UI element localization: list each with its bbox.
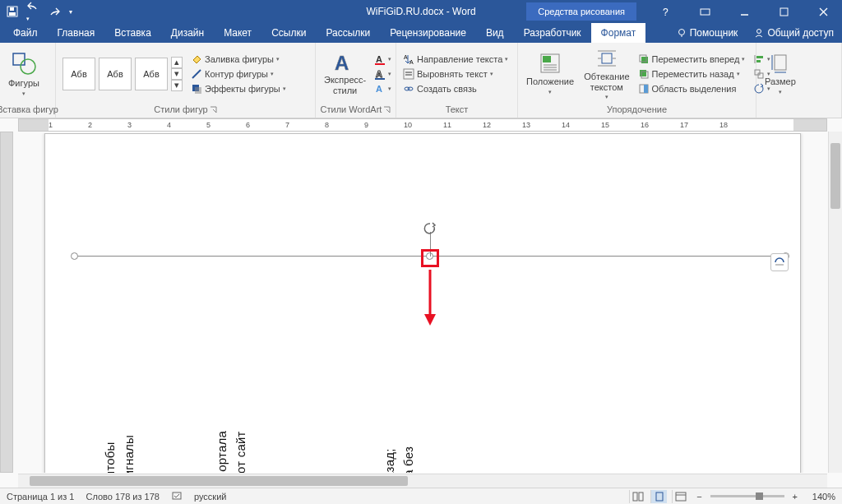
size-label: Размер	[765, 76, 796, 86]
save-icon[interactable]	[7, 6, 18, 17]
svg-rect-16	[375, 63, 385, 65]
dialog-launcher-icon[interactable]	[383, 106, 391, 113]
ribbon-display-button[interactable]	[686, 0, 724, 23]
shape-style-3[interactable]: Абв	[135, 58, 168, 90]
tab-file[interactable]: Файл	[0, 23, 48, 43]
tab-developer[interactable]: Разработчик	[514, 23, 591, 43]
layout-options-icon	[774, 257, 785, 268]
gallery-up[interactable]: ▴	[171, 57, 183, 68]
svg-rect-6	[780, 8, 788, 16]
print-layout-button[interactable]	[650, 490, 667, 503]
tell-me[interactable]: Помощник	[669, 27, 747, 39]
undo-icon[interactable]: ▾	[26, 0, 41, 23]
tab-home[interactable]: Главная	[48, 23, 105, 43]
document-area[interactable]: шего WiFiГида. Но чтобы помогли, заметит…	[18, 133, 827, 473]
shape-style-1[interactable]: Абв	[62, 58, 95, 90]
svg-text:A: A	[376, 84, 382, 94]
close-button[interactable]	[804, 0, 842, 23]
wrap-icon	[595, 47, 618, 70]
tab-layout[interactable]: Макет	[214, 23, 261, 43]
tab-mailings[interactable]: Рассылки	[316, 23, 380, 43]
hscroll-thumb[interactable]	[30, 476, 408, 486]
redo-icon[interactable]	[49, 6, 61, 17]
horizontal-scrollbar[interactable]	[18, 474, 827, 488]
align-text[interactable]: Выровнять текст▾	[401, 67, 510, 81]
svg-rect-18	[375, 78, 385, 80]
wrap-text-button[interactable]: Обтекание текстом▾	[581, 47, 632, 99]
tab-insert[interactable]: Вставка	[104, 23, 161, 43]
position-button[interactable]: Положение▾	[523, 52, 577, 95]
bring-forward[interactable]: Переместить вперед▾	[636, 53, 747, 66]
shapes-button[interactable]: Фигуры ▾	[5, 50, 43, 96]
workspace: 123456789101112131415161718 шего WiFiГид…	[0, 118, 842, 488]
position-label: Положение	[526, 76, 574, 86]
tell-me-label: Помощник	[690, 27, 738, 39]
svg-point-9	[757, 30, 761, 34]
zoom-thumb[interactable]	[756, 492, 763, 500]
language[interactable]: русский	[194, 492, 226, 502]
shape-effects[interactable]: Эффекты фигуры▾	[189, 82, 288, 95]
zoom-slider[interactable]	[710, 495, 784, 497]
web-layout-button[interactable]	[672, 490, 688, 503]
minimize-button[interactable]	[725, 0, 763, 23]
create-link[interactable]: Создать связь	[401, 82, 510, 95]
svg-rect-13	[195, 87, 201, 94]
zoom-out[interactable]: −	[693, 492, 705, 502]
svg-text:A: A	[376, 54, 382, 64]
text-direction[interactable]: AAНаправление текста▾	[401, 53, 510, 66]
outline-icon	[191, 68, 202, 80]
text-column-3: а вышла 5 минут назад; тное мнение народ…	[381, 446, 418, 473]
word-count[interactable]: Слово 178 из 178	[86, 492, 160, 502]
maximize-button[interactable]	[765, 0, 803, 23]
gallery-down[interactable]: ▾	[171, 68, 183, 80]
page-count[interactable]: Страница 1 из 1	[7, 492, 74, 502]
shape-fill[interactable]: Заливка фигуры▾	[189, 53, 288, 66]
tab-references[interactable]: Ссылки	[261, 23, 316, 43]
link-icon	[403, 83, 414, 95]
handle-left[interactable]	[71, 252, 78, 260]
status-bar: Страница 1 из 1 Слово 178 из 178 русский…	[0, 488, 842, 504]
qat-customize-icon[interactable]: ▾	[69, 8, 72, 16]
help-button[interactable]: ?	[646, 0, 684, 23]
dialog-launcher-icon[interactable]	[210, 106, 217, 113]
tab-view[interactable]: Вид	[476, 23, 514, 43]
spellcheck-icon[interactable]	[171, 491, 183, 502]
svg-rect-37	[641, 57, 648, 63]
shape-style-2[interactable]: Абв	[99, 58, 132, 90]
vscroll-thumb[interactable]	[830, 143, 840, 209]
window-title: WiFiGiD.RU.docx - Word	[366, 6, 475, 17]
text-outline[interactable]: A▾	[372, 67, 393, 81]
svg-rect-10	[13, 53, 25, 65]
svg-point-7	[678, 30, 684, 35]
tab-review[interactable]: Рецензирование	[380, 23, 476, 43]
share-button[interactable]: Общий доступ	[746, 27, 842, 39]
selection-pane[interactable]: Область выделения	[636, 82, 747, 95]
svg-text:?: ?	[663, 7, 669, 17]
quick-styles-button[interactable]: A Экспресс- стили	[321, 52, 369, 95]
annotation-box	[421, 249, 439, 267]
rotation-handle[interactable]	[423, 222, 437, 235]
bulb-icon	[677, 28, 687, 38]
read-mode-button[interactable]	[629, 490, 645, 503]
svg-rect-32	[602, 53, 612, 63]
zoom-level[interactable]: 140%	[806, 492, 835, 502]
shape-outline[interactable]: Контур фигуры▾	[189, 67, 288, 81]
tab-format[interactable]: Формат	[591, 23, 646, 43]
svg-rect-28	[543, 56, 551, 62]
zoom-in[interactable]: +	[789, 492, 801, 502]
svg-rect-4	[701, 9, 710, 15]
svg-rect-54	[633, 492, 637, 501]
gallery-more[interactable]: ▾	[171, 80, 183, 91]
horizontal-ruler[interactable]: 123456789101112131415161718	[18, 118, 827, 132]
size-button[interactable]: Размер▾	[761, 52, 799, 95]
svg-rect-56	[656, 492, 663, 501]
send-backward[interactable]: Переместить назад▾	[636, 67, 747, 81]
vertical-ruler[interactable]	[0, 132, 13, 473]
vertical-scrollbar[interactable]	[828, 132, 842, 473]
layout-options-button[interactable]	[770, 253, 789, 271]
svg-rect-1	[9, 12, 16, 16]
text-fill[interactable]: A▾	[372, 53, 393, 66]
text-effects[interactable]: A▾	[372, 82, 393, 95]
shape-selection[interactable]	[75, 256, 785, 257]
tab-design[interactable]: Дизайн	[161, 23, 214, 43]
